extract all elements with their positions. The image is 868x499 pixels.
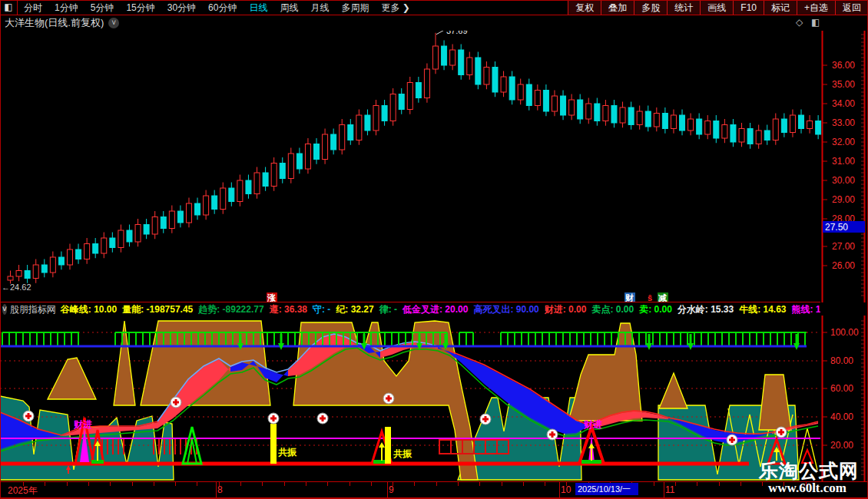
candlestick-canvas[interactable]: 36.0035.0034.0033.0032.0031.0030.0029.00… <box>0 31 868 302</box>
low-annotation: ←24.62 <box>2 283 31 292</box>
period-tab-60分钟[interactable]: 60分钟 <box>202 1 243 15</box>
indicator-header: ˅ 股朋指标网 谷峰线: 10.00量能: -198757.45趋势: -892… <box>0 302 820 316</box>
indicator-value-卖点: 卖点: 0.00 <box>591 303 634 316</box>
minor-tick <box>350 482 350 486</box>
indicator-value-谷峰线: 谷峰线: 10.00 <box>61 303 117 316</box>
period-tab-周线[interactable]: 周线 <box>273 1 304 15</box>
yellow-bar <box>270 424 277 464</box>
yellow-bar <box>385 427 391 464</box>
minor-tick <box>88 482 89 486</box>
minor-tick <box>45 482 45 486</box>
indicator-value-牛线: 牛线: 14.63 <box>739 303 786 316</box>
svg-text:36.00: 36.00 <box>832 60 855 71</box>
toolbar-button-多股[interactable]: 多股 <box>634 1 667 15</box>
x-axis-label: 9 <box>389 484 394 495</box>
period-tab-30分钟[interactable]: 30分钟 <box>161 1 202 15</box>
stock-app-window: { "toolbar": { "left_items": [ {"label":… <box>0 0 868 499</box>
minor-tick <box>110 482 111 486</box>
svg-text:35.00: 35.00 <box>832 79 855 90</box>
date-cursor-label: 2025/10/13/一 <box>575 483 638 495</box>
minor-tick <box>284 482 285 486</box>
toolbar-button-返回[interactable]: 返回 <box>835 1 868 15</box>
indicator-value-量能: 量能: -198757.45 <box>122 303 193 316</box>
minor-tick <box>371 482 372 486</box>
indicator-value-分水岭: 分水岭: 15.33 <box>678 303 734 316</box>
signal-label: 财进 <box>583 419 602 430</box>
indicator-value-趋势: 趋势: -89222.77 <box>198 303 263 316</box>
svg-text:33.00: 33.00 <box>832 117 855 128</box>
period-tab-多周期[interactable]: 多周期 <box>335 1 375 15</box>
period-tab-月线[interactable]: 月线 <box>304 1 335 15</box>
minor-tick <box>175 482 176 486</box>
period-toolbar: ◧ 分时1分钟5分钟15分钟30分钟60分钟日线周线月线多周期更多 ❯ 复权叠加… <box>0 0 868 15</box>
period-tab-15分钟[interactable]: 15分钟 <box>120 1 161 15</box>
indicator-value-遵: 遵: 36.38 <box>270 303 307 316</box>
month-separator <box>216 482 217 497</box>
indicator-value-律: 律: - <box>379 303 397 316</box>
signal-label: 财进 <box>73 419 92 430</box>
x-axis-band: 2025年8910112025/10/13/一 <box>0 481 868 498</box>
minor-tick <box>306 482 306 486</box>
indicator-value-高死叉出: 高死叉出: 90.00 <box>473 303 538 316</box>
month-separator <box>387 482 388 497</box>
toolbar-buttons: 复权叠加多股统计画线F10标记+自选返回 <box>568 1 868 15</box>
split-panel-icon[interactable]: ◧ <box>811 17 820 28</box>
x-axis-label: 10 <box>561 484 571 495</box>
svg-text:30.00: 30.00 <box>832 175 855 186</box>
toolbar-button-统计[interactable]: 统计 <box>667 1 700 15</box>
x-axis-label: 2025年 <box>8 484 38 497</box>
page-title: 大洋生物(日线.前复权) <box>5 16 104 30</box>
period-tab-1分钟[interactable]: 1分钟 <box>48 1 84 15</box>
diamond-icon[interactable]: ◇ <box>796 17 803 28</box>
svg-text:40.00: 40.00 <box>830 411 853 422</box>
minor-tick <box>523 482 524 486</box>
watermark-url: www.60lt.com <box>768 481 846 496</box>
peak-annotation: 37.69 <box>446 31 468 35</box>
svg-text:20.00: 20.00 <box>830 440 853 451</box>
chevron-down-icon[interactable]: ˅ <box>108 18 119 28</box>
minor-tick <box>414 482 415 486</box>
minor-tick <box>545 482 545 486</box>
indicator-value-熊线: 熊线: 16.04 <box>792 303 820 316</box>
minor-tick <box>502 482 502 486</box>
period-tab-分时[interactable]: 分时 <box>18 1 48 15</box>
signal-label: 共振 <box>278 447 297 458</box>
minor-tick <box>719 482 720 486</box>
indicator-value-卖: 卖: 0.00 <box>639 303 672 316</box>
indicator-source-label[interactable]: 股朋指标网 <box>10 303 56 316</box>
indicator-canvas[interactable]: 财进共振共振财进100.0080.0060.0040.0020.00 <box>0 316 868 481</box>
collapse-chevron-icon[interactable]: ˅ <box>2 304 7 315</box>
minor-tick <box>697 482 697 486</box>
indicator-value-财进: 财进: 0.00 <box>545 303 587 316</box>
layout-panel-icon[interactable]: ◧ <box>0 0 18 15</box>
svg-text:31.00: 31.00 <box>832 156 855 167</box>
minor-tick <box>740 482 741 486</box>
period-tab-更多 ❯[interactable]: 更多 ❯ <box>375 1 416 15</box>
period-tabs: 分时1分钟5分钟15分钟30分钟60分钟日线周线月线多周期更多 ❯ <box>18 1 416 15</box>
svg-text:29.00: 29.00 <box>832 194 855 205</box>
minor-tick <box>458 482 459 486</box>
toolbar-button-+自选[interactable]: +自选 <box>797 1 835 15</box>
toolbar-button-画线[interactable]: 画线 <box>700 1 733 15</box>
toolbar-button-F10[interactable]: F10 <box>733 1 764 15</box>
toolbar-button-叠加[interactable]: 叠加 <box>601 1 634 15</box>
signal-label: 共振 <box>393 448 412 459</box>
period-tab-5分钟[interactable]: 5分钟 <box>84 1 121 15</box>
svg-text:100.00: 100.00 <box>830 327 859 338</box>
chart-titlebar[interactable]: 大洋生物(日线.前复权) ˅ <box>0 15 820 31</box>
month-separator <box>664 482 664 497</box>
minor-tick <box>327 482 328 486</box>
x-axis-label: 8 <box>217 484 223 495</box>
month-separator <box>559 482 560 497</box>
minor-tick <box>479 482 480 486</box>
svg-text:60.00: 60.00 <box>830 383 853 394</box>
minor-tick <box>197 482 197 486</box>
minor-tick <box>262 482 263 486</box>
period-tab-日线[interactable]: 日线 <box>243 1 273 15</box>
indicator-value-纪: 纪: 32.27 <box>336 303 373 316</box>
toolbar-button-复权[interactable]: 复权 <box>568 1 601 15</box>
minor-tick <box>154 482 154 486</box>
minor-tick <box>67 482 68 486</box>
toolbar-button-标记[interactable]: 标记 <box>764 1 797 15</box>
indicator-value-低金叉进: 低金叉进: 20.00 <box>403 303 468 316</box>
